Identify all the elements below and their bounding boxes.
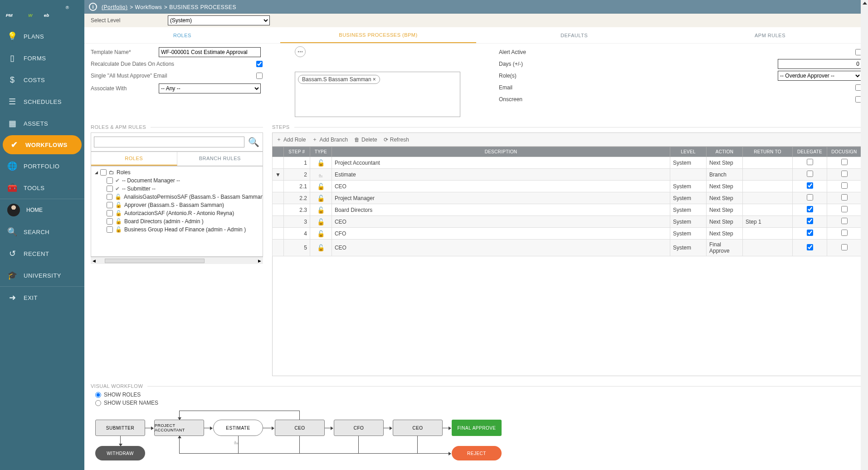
nav-schedules[interactable]: ☰SCHEDULES bbox=[0, 91, 84, 113]
nav-workflows[interactable]: ✔WORKFLOWS bbox=[3, 135, 82, 154]
delegate-checkbox[interactable] bbox=[807, 244, 813, 250]
th-desc[interactable]: DESCRIPTION bbox=[332, 147, 670, 157]
th-docusign[interactable]: DOCUSIGN bbox=[827, 147, 862, 157]
table-row[interactable]: 2.3 🔓 Board Directors System Next Step bbox=[273, 204, 862, 216]
remove-token-icon[interactable]: × bbox=[373, 76, 376, 83]
nav-university[interactable]: 🎓UNIVERSITY bbox=[0, 264, 84, 286]
node-submitter[interactable]: SUBMITTER bbox=[95, 420, 145, 436]
th-step[interactable]: STEP # bbox=[283, 147, 310, 157]
delegate-checkbox[interactable] bbox=[807, 194, 813, 201]
nav-assets[interactable]: ▦ASSETS bbox=[0, 113, 84, 134]
node-withdraw[interactable]: WITHDRAW bbox=[95, 446, 145, 460]
docusign-checkbox[interactable] bbox=[841, 159, 848, 165]
add-role-button[interactable]: ＋Add Role bbox=[276, 136, 306, 143]
tree-item[interactable]: 🔓AutorizacionSAF (Antonio.R - Antonio Re… bbox=[93, 209, 261, 217]
role-select[interactable]: -- Overdue Approver -- bbox=[778, 71, 862, 81]
tree-hscroll[interactable]: ◀▶ bbox=[91, 257, 263, 264]
nav-recent[interactable]: ↺RECENT bbox=[0, 243, 84, 264]
tree-item[interactable]: ✔-- Document Manager -- bbox=[93, 176, 261, 185]
delegate-checkbox[interactable] bbox=[807, 159, 813, 165]
show-roles-option[interactable]: SHOW ROLES bbox=[95, 392, 862, 398]
node-cfo[interactable]: CFO bbox=[334, 420, 384, 436]
tree-item[interactable]: 🔓Approver (Bassam.S - Bassam Samman) bbox=[93, 201, 261, 209]
template-name-input[interactable] bbox=[159, 47, 261, 57]
delegate-checkbox[interactable] bbox=[807, 230, 813, 236]
node-final-approve[interactable]: FINAL APPROVE bbox=[452, 420, 502, 436]
breadcrumb-portfolio[interactable]: (Portfolio) bbox=[102, 4, 128, 10]
show-users-radio[interactable] bbox=[95, 400, 101, 406]
delegate-checkbox[interactable] bbox=[807, 218, 813, 224]
delegate-checkbox[interactable] bbox=[807, 206, 813, 212]
nav-home[interactable]: HOME bbox=[0, 199, 84, 221]
tree-item[interactable]: ✔-- Submitter -- bbox=[93, 185, 261, 193]
node-ceo-2[interactable]: CEO bbox=[393, 420, 443, 436]
node-reject[interactable]: REJECT bbox=[452, 446, 502, 460]
node-ceo-1[interactable]: CEO bbox=[275, 420, 325, 436]
avatar-icon bbox=[7, 204, 20, 216]
nav-portfolio[interactable]: 🌐PORTFOLIO bbox=[0, 155, 84, 177]
info-icon[interactable]: i bbox=[89, 3, 97, 11]
select-level[interactable]: (System) bbox=[168, 15, 270, 25]
select-level-label: Select Level bbox=[91, 17, 159, 24]
days-input[interactable] bbox=[778, 59, 862, 69]
tab-defaults[interactable]: DEFAULTS bbox=[476, 27, 672, 43]
th-type[interactable]: TYPE bbox=[310, 147, 332, 157]
th-level[interactable]: LEVEL bbox=[670, 147, 707, 157]
docusign-checkbox[interactable] bbox=[841, 218, 848, 224]
table-row[interactable]: 3 🔓 CEO System Next Step Step 1 bbox=[273, 216, 862, 228]
show-roles-radio[interactable] bbox=[95, 392, 101, 398]
node-estimate[interactable]: ESTIMATE bbox=[213, 420, 263, 436]
add-branch-button[interactable]: ＋Add Branch bbox=[312, 136, 348, 143]
delete-button[interactable]: 🗑Delete bbox=[354, 136, 377, 143]
tab-bpm[interactable]: BUSINESS PROCESSES (BPM) bbox=[280, 27, 476, 43]
th-return[interactable]: RETURN TO bbox=[743, 147, 793, 157]
svg-text:PM: PM bbox=[5, 13, 13, 18]
table-row[interactable]: 1 🔓 Project Accountant System Next Step bbox=[273, 157, 862, 169]
search-icon[interactable]: 🔍 bbox=[247, 136, 260, 148]
docusign-checkbox[interactable] bbox=[841, 194, 848, 201]
tree-item[interactable]: 🔓AnalisisGastoPermisoSAF (Bassam.S - Bas… bbox=[93, 193, 261, 201]
delegate-checkbox[interactable] bbox=[807, 171, 813, 177]
docusign-checkbox[interactable] bbox=[841, 171, 848, 177]
nav-tools[interactable]: 🧰TOOLS bbox=[0, 177, 84, 199]
expand-toggle bbox=[273, 192, 284, 204]
nav-exit[interactable]: ➜EXIT bbox=[0, 287, 84, 308]
more-options-button[interactable]: ⋯ bbox=[295, 46, 306, 57]
single-approve-checkbox[interactable] bbox=[256, 73, 263, 79]
tree-item[interactable]: 🔓Board Directors (admin - Admin ) bbox=[93, 217, 261, 225]
recalc-checkbox[interactable] bbox=[256, 61, 263, 67]
role-search-input[interactable] bbox=[94, 137, 244, 147]
th-action[interactable]: ACTION bbox=[707, 147, 743, 157]
nav-costs[interactable]: $COSTS bbox=[0, 69, 84, 91]
table-row[interactable]: 5 🔓 CEO System Final Approve bbox=[273, 240, 862, 256]
tree-item[interactable]: 🔓Business Group Head of Finance (admin -… bbox=[93, 225, 261, 234]
resources-box[interactable]: Bassam.S Bassam Samman × bbox=[295, 72, 460, 117]
associate-select[interactable]: -- Any -- bbox=[159, 83, 261, 93]
th-delegate[interactable]: DELEGATE bbox=[793, 147, 827, 157]
scrollbar[interactable] bbox=[861, 0, 868, 470]
table-row[interactable]: ▼ 2 ⎁ Estimate Branch bbox=[273, 169, 862, 181]
tree-root[interactable]: ◢🗀Roles bbox=[93, 168, 261, 176]
resource-token[interactable]: Bassam.S Bassam Samman × bbox=[298, 75, 380, 84]
table-row[interactable]: 4 🔓 CFO System Next Step bbox=[273, 228, 862, 240]
tab-apm[interactable]: APM RULES bbox=[672, 27, 868, 43]
table-row[interactable]: 2.1 🔓 CEO System Next Step bbox=[273, 181, 862, 192]
docusign-checkbox[interactable] bbox=[841, 182, 848, 189]
show-users-option[interactable]: SHOW USER NAMES bbox=[95, 400, 862, 406]
delegate-checkbox[interactable] bbox=[807, 182, 813, 189]
page-icon: ▯ bbox=[7, 53, 17, 63]
docusign-checkbox[interactable] bbox=[841, 206, 848, 212]
roles-tree[interactable]: ◢🗀Roles ✔-- Document Manager --✔-- Submi… bbox=[91, 166, 263, 257]
roles-subtab[interactable]: ROLES bbox=[91, 152, 177, 166]
nav-search[interactable]: 🔍SEARCH bbox=[0, 221, 84, 243]
docusign-checkbox[interactable] bbox=[841, 244, 848, 250]
docusign-checkbox[interactable] bbox=[841, 230, 848, 236]
branch-rules-subtab[interactable]: BRANCH RULES bbox=[177, 152, 263, 166]
expand-toggle[interactable]: ▼ bbox=[273, 169, 284, 181]
nav-plans[interactable]: 💡PLANS bbox=[0, 25, 84, 47]
tab-roles[interactable]: ROLES bbox=[84, 27, 280, 43]
nav-forms[interactable]: ▯FORMS bbox=[0, 47, 84, 69]
table-row[interactable]: 2.2 🔓 Project Manager System Next Step bbox=[273, 192, 862, 204]
refresh-button[interactable]: ⟳Refresh bbox=[384, 136, 409, 143]
node-project-accountant[interactable]: PROJECT ACCOUNTANT bbox=[154, 420, 204, 436]
